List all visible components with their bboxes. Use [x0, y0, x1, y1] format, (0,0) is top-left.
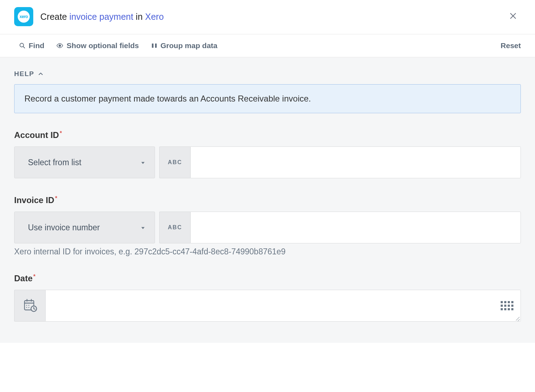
field-invoice-id: Invoice ID* Use invoice number ABC Xero … — [14, 195, 521, 256]
title-entity-link[interactable]: invoice payment — [69, 12, 133, 22]
app-icon: xero — [14, 7, 33, 26]
title-mid: in — [133, 12, 145, 22]
title-prefix: Create — [40, 12, 69, 22]
account-id-select[interactable]: Select from list — [14, 146, 155, 178]
dialog-title: Create invoice payment in Xero — [40, 12, 505, 22]
invoice-id-select[interactable]: Use invoice number — [14, 212, 155, 243]
account-id-label: Account ID* — [14, 130, 521, 140]
invoice-id-hint: Xero internal ID for invoices, e.g. 297c… — [14, 247, 521, 256]
reset-button[interactable]: Reset — [501, 41, 521, 50]
caret-down-icon — [140, 158, 145, 167]
help-label: HELP — [14, 70, 34, 78]
required-marker: * — [60, 130, 62, 136]
invoice-id-label-text: Invoice ID — [14, 195, 54, 205]
grid-icon — [501, 301, 513, 310]
date-label: Date* — [14, 273, 521, 283]
find-button[interactable]: Find — [19, 41, 44, 50]
svg-point-15 — [26, 307, 27, 308]
search-icon — [19, 42, 25, 49]
group-map-button[interactable]: Group map data — [151, 41, 218, 50]
calendar-clock-icon — [23, 298, 38, 314]
svg-point-16 — [28, 307, 29, 308]
group-map-icon — [151, 42, 157, 49]
chevron-up-icon — [38, 71, 44, 77]
invoice-id-label: Invoice ID* — [14, 195, 521, 205]
caret-down-icon — [140, 223, 145, 232]
close-button[interactable] — [505, 10, 521, 23]
date-input[interactable] — [45, 290, 521, 322]
account-id-label-text: Account ID — [14, 130, 59, 140]
invoice-id-type-badge: ABC — [159, 212, 190, 243]
show-optional-label: Show optional fields — [67, 41, 139, 50]
svg-marker-8 — [141, 227, 144, 229]
svg-rect-5 — [152, 44, 154, 48]
svg-marker-7 — [141, 162, 144, 164]
form-content: HELP Record a customer payment made towa… — [0, 57, 535, 343]
group-map-label: Group map data — [161, 41, 218, 50]
find-label: Find — [29, 41, 44, 50]
field-account-id: Account ID* Select from list ABC — [14, 130, 521, 178]
field-date: Date* — [14, 273, 521, 322]
help-toggle[interactable]: HELP — [14, 70, 521, 78]
close-icon — [509, 12, 517, 20]
resize-handle[interactable] — [515, 316, 520, 321]
required-marker: * — [55, 195, 57, 201]
eye-icon — [56, 42, 63, 49]
title-app-link[interactable]: Xero — [145, 12, 164, 22]
date-label-text: Date — [14, 273, 33, 283]
svg-point-13 — [26, 305, 27, 306]
account-id-type-badge: ABC — [159, 146, 190, 178]
help-text: Record a customer payment made towards a… — [24, 94, 311, 103]
svg-line-20 — [34, 309, 35, 310]
svg-point-4 — [59, 45, 61, 47]
date-icon-box — [14, 290, 45, 322]
help-box: Record a customer payment made towards a… — [14, 84, 521, 113]
xero-logo: xero — [18, 11, 30, 23]
svg-point-14 — [28, 305, 29, 306]
required-marker: * — [33, 273, 35, 279]
dialog-header: xero Create invoice payment in Xero — [0, 0, 535, 34]
invoice-id-select-value: Use invoice number — [28, 223, 100, 232]
data-pill-picker-icon[interactable] — [501, 301, 513, 310]
toolbar: Find Show optional fields Group map data… — [0, 34, 535, 57]
invoice-id-input[interactable] — [190, 212, 521, 243]
svg-line-3 — [23, 46, 24, 48]
account-id-select-value: Select from list — [28, 158, 81, 167]
account-id-input[interactable] — [190, 146, 521, 178]
svg-rect-6 — [155, 44, 157, 48]
show-optional-button[interactable]: Show optional fields — [56, 41, 139, 50]
